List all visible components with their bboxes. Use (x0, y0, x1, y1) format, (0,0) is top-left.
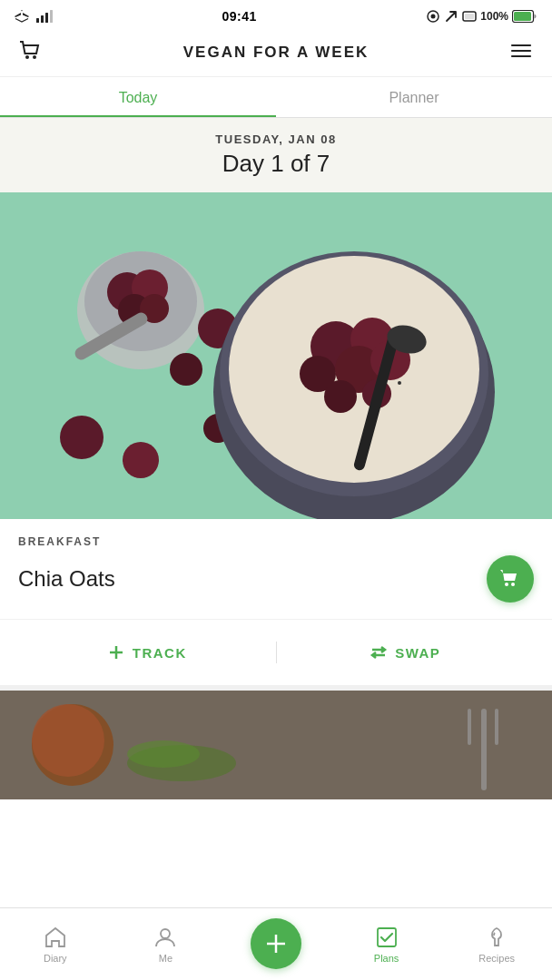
plus-icon (107, 643, 125, 662)
svg-point-61 (32, 704, 104, 777)
nav-plans[interactable]: Plans (331, 918, 442, 971)
meal-image (0, 192, 552, 519)
svg-rect-0 (36, 18, 39, 23)
plus-icon (262, 930, 290, 957)
action-buttons: TRACK SWAP (0, 620, 552, 691)
swap-button[interactable]: SWAP (277, 634, 535, 671)
svg-rect-2 (45, 13, 48, 23)
location-icon (426, 9, 440, 24)
svg-rect-9 (514, 12, 531, 21)
add-to-cart-button[interactable] (487, 555, 534, 603)
svg-rect-7 (465, 14, 474, 19)
app-title: VEGAN FOR A WEEK (183, 44, 370, 62)
screen-icon (462, 9, 477, 24)
battery-percent: 100% (480, 10, 508, 23)
tab-today[interactable]: Today (0, 77, 276, 117)
home-icon (44, 926, 67, 949)
cart-add-icon (498, 567, 522, 591)
day-label: Day 1 of 7 (15, 150, 537, 178)
svg-rect-62 (481, 709, 487, 790)
next-meal-preview (0, 691, 552, 799)
svg-point-10 (25, 55, 29, 59)
date-section: TUESDAY, JAN 08 Day 1 of 7 (0, 118, 552, 192)
meal-type: BREAKFAST (18, 535, 534, 548)
plans-icon (375, 926, 399, 949)
svg-rect-1 (41, 15, 44, 23)
svg-point-50 (324, 380, 357, 413)
svg-point-55 (511, 583, 515, 586)
svg-point-25 (60, 416, 104, 459)
svg-point-67 (161, 929, 170, 938)
signal-icon (36, 10, 53, 23)
swap-label: SWAP (395, 645, 440, 661)
meal-info: BREAKFAST Chia Oats (0, 519, 552, 620)
add-button[interactable] (251, 918, 301, 969)
arrow-icon (444, 9, 458, 24)
airplane-icon (15, 10, 31, 23)
svg-point-66 (127, 740, 200, 768)
svg-point-11 (33, 55, 36, 59)
person-icon (153, 926, 177, 949)
next-meal-image (0, 691, 552, 799)
svg-point-26 (123, 442, 159, 478)
track-label: TRACK (133, 645, 187, 661)
battery-icon (512, 10, 537, 23)
track-button[interactable]: TRACK (18, 634, 276, 671)
nav-me-label: Me (159, 953, 172, 964)
status-time: 09:41 (222, 9, 256, 24)
recipes-icon (485, 926, 508, 949)
nav-diary-label: Diary (44, 953, 67, 964)
svg-point-24 (170, 353, 202, 386)
menu-icon[interactable] (508, 38, 534, 67)
meal-name: Chia Oats (18, 566, 115, 592)
nav-add[interactable] (221, 918, 331, 971)
svg-point-5 (431, 15, 436, 19)
date-label: TUESDAY, JAN 08 (15, 132, 537, 146)
cart-icon[interactable] (18, 38, 44, 67)
nav-diary[interactable]: Diary (0, 918, 111, 971)
status-bar: 09:41 100% (0, 0, 552, 29)
svg-rect-3 (50, 10, 53, 23)
bottom-nav: Diary Me Plans Recipes (0, 907, 552, 980)
svg-rect-64 (495, 709, 498, 745)
nav-me[interactable]: Me (111, 918, 222, 971)
status-right: 100% (426, 9, 537, 24)
meal-illustration (0, 192, 552, 519)
nav-recipes-label: Recipes (478, 953, 515, 964)
header: VEGAN FOR A WEEK (0, 29, 552, 77)
status-left (15, 10, 53, 23)
nav-plans-label: Plans (374, 953, 399, 964)
svg-rect-63 (468, 709, 471, 745)
svg-point-54 (505, 583, 508, 586)
tab-planner[interactable]: Planner (276, 77, 552, 117)
tab-bar: Today Planner (0, 77, 552, 118)
meal-name-row: Chia Oats (18, 555, 534, 603)
nav-recipes[interactable]: Recipes (441, 918, 552, 971)
svg-point-44 (398, 381, 401, 385)
swap-icon (370, 643, 388, 662)
